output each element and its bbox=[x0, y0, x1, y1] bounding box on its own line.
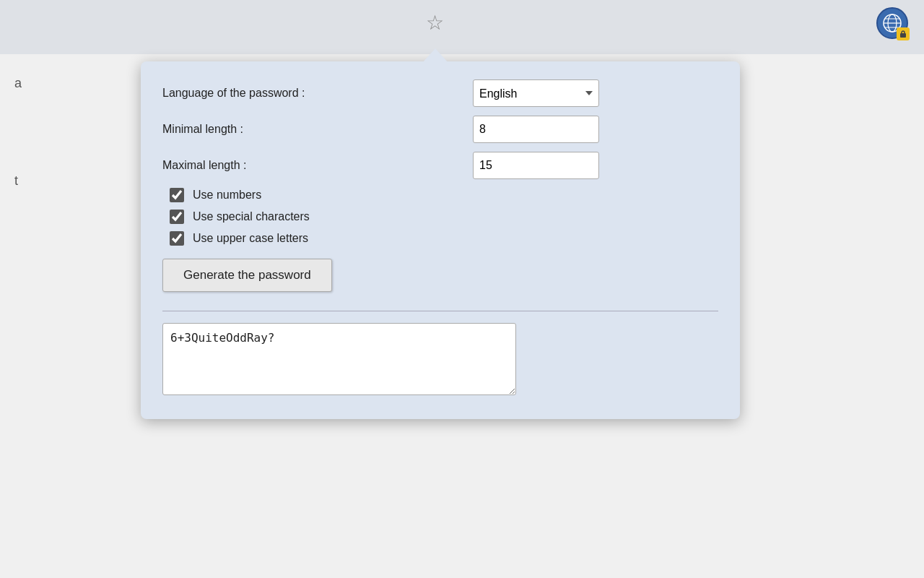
language-label: Language of the password : bbox=[162, 86, 473, 101]
use-uppercase-checkbox[interactable] bbox=[170, 231, 184, 246]
bookmark-star-icon[interactable]: ☆ bbox=[426, 11, 444, 35]
maximal-length-label: Maximal length : bbox=[162, 158, 473, 173]
minimal-length-label: Minimal length : bbox=[162, 122, 473, 137]
use-numbers-row: Use numbers bbox=[170, 188, 718, 202]
divider bbox=[162, 311, 718, 311]
maximal-length-row: Maximal length : bbox=[162, 152, 718, 179]
bg-text-a: a bbox=[14, 76, 22, 91]
use-special-checkbox[interactable] bbox=[170, 210, 184, 224]
use-uppercase-row: Use upper case letters bbox=[170, 231, 718, 246]
maximal-length-control bbox=[473, 152, 718, 179]
maximal-length-input[interactable] bbox=[473, 152, 599, 179]
use-uppercase-label: Use upper case letters bbox=[193, 232, 308, 245]
minimal-length-control bbox=[473, 116, 718, 143]
page-content: a t Language of the password : English F… bbox=[0, 54, 924, 578]
minimal-length-input[interactable] bbox=[473, 116, 599, 143]
use-special-row: Use special characters bbox=[170, 210, 718, 224]
use-special-label: Use special characters bbox=[193, 210, 310, 223]
security-icon[interactable] bbox=[875, 6, 910, 40]
bg-text-t: t bbox=[14, 173, 18, 189]
globe-icon bbox=[876, 7, 908, 39]
generate-password-button[interactable]: Generate the password bbox=[162, 259, 332, 292]
language-control: English French Spanish German bbox=[473, 79, 718, 107]
browser-toolbar: ☆ bbox=[0, 0, 924, 54]
minimal-length-row: Minimal length : bbox=[162, 116, 718, 143]
language-select[interactable]: English French Spanish German bbox=[473, 79, 599, 107]
password-generator-popup: Language of the password : English Frenc… bbox=[141, 61, 740, 419]
use-numbers-checkbox[interactable] bbox=[170, 188, 184, 202]
use-numbers-label: Use numbers bbox=[193, 189, 261, 202]
svg-rect-5 bbox=[900, 33, 906, 38]
password-output-textarea[interactable]: 6+3QuiteOddRay? bbox=[162, 323, 516, 395]
language-row: Language of the password : English Frenc… bbox=[162, 79, 718, 107]
lock-badge-icon bbox=[897, 27, 910, 40]
